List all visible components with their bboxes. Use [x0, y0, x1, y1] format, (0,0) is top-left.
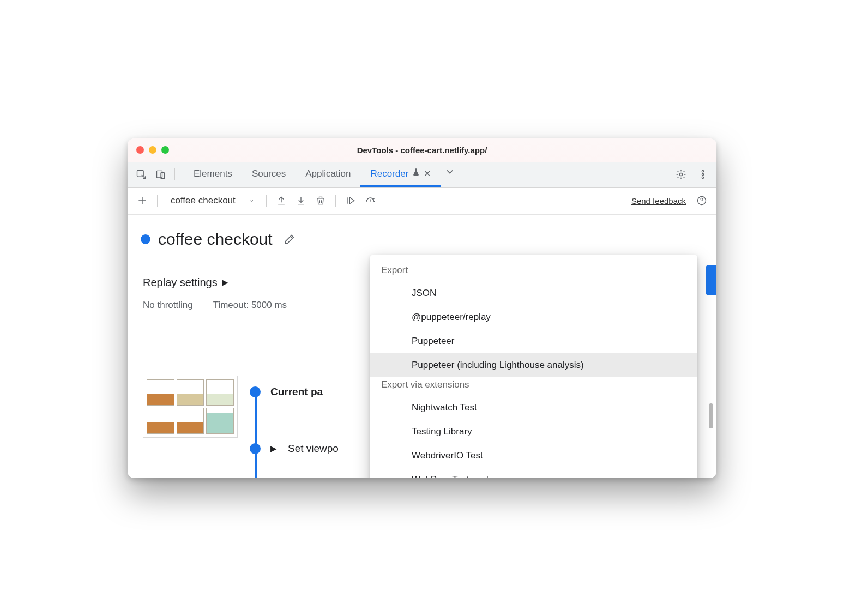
step-label: Set viewpo — [288, 443, 339, 455]
tab-label: Application — [305, 168, 351, 179]
step-set-viewport[interactable]: ▶ Set viewpo — [250, 436, 339, 462]
step-label: Current pa — [270, 386, 323, 398]
recording-selector-chevron-icon[interactable] — [242, 191, 261, 210]
more-menu-icon[interactable] — [694, 165, 712, 184]
svg-point-5 — [702, 173, 703, 175]
replay-settings-label: Replay settings — [143, 276, 218, 289]
step-dot-icon — [250, 443, 261, 454]
caret-right-icon: ▶ — [270, 444, 277, 454]
recorder-toolbar: coffee checkout Send feedback — [128, 188, 716, 215]
step-dot-icon — [250, 386, 261, 397]
traffic-lights — [136, 146, 169, 154]
inspect-element-icon[interactable] — [132, 165, 150, 184]
separator — [335, 195, 336, 207]
export-puppeteer-replay[interactable]: @puppeteer/replay — [370, 305, 697, 329]
separator — [157, 195, 158, 207]
svg-point-3 — [680, 173, 683, 176]
separator — [203, 299, 203, 312]
settings-gear-icon[interactable] — [672, 165, 690, 184]
tab-recorder[interactable]: Recorder ✕ — [360, 162, 441, 187]
devtools-window: DevTools - coffee-cart.netlify.app/ Elem… — [128, 138, 716, 478]
tab-label: Sources — [252, 168, 286, 179]
export-webdriverio[interactable]: WebdriverIO Test — [370, 444, 697, 468]
export-puppeteer-lighthouse[interactable]: Puppeteer (including Lighthouse analysis… — [370, 353, 697, 377]
tab-application[interactable]: Application — [296, 162, 360, 187]
edit-title-button[interactable] — [280, 230, 299, 249]
recording-selector-label[interactable]: coffee checkout — [163, 195, 240, 206]
tab-elements[interactable]: Elements — [184, 162, 242, 187]
step-play-button[interactable] — [341, 191, 360, 210]
close-window-button[interactable] — [136, 146, 144, 154]
export-webpagetest[interactable]: WebPageTest custom — [370, 468, 697, 478]
more-tabs-icon[interactable] — [441, 162, 459, 181]
import-button[interactable] — [292, 191, 310, 210]
export-menu: Export JSON @puppeteer/replay Puppeteer … — [370, 255, 697, 478]
help-icon[interactable] — [692, 191, 711, 210]
export-testing-library[interactable]: Testing Library — [370, 420, 697, 444]
throttling-value[interactable]: No throttling — [143, 300, 193, 311]
export-extensions-section-title: Export via extensions — [370, 377, 697, 396]
close-tab-icon[interactable]: ✕ — [424, 168, 431, 179]
panel-tabs: Elements Sources Application Recorder ✕ — [184, 162, 667, 187]
tab-label: Recorder — [370, 168, 408, 179]
zoom-window-button[interactable] — [161, 146, 169, 154]
export-section-title: Export — [370, 263, 697, 281]
tab-label: Elements — [194, 168, 232, 179]
minimize-window-button[interactable] — [149, 146, 156, 154]
svg-point-6 — [702, 177, 703, 178]
delete-button[interactable] — [311, 191, 330, 210]
export-json[interactable]: JSON — [370, 281, 697, 305]
new-recording-button[interactable] — [133, 191, 152, 210]
panel-tabbar: Elements Sources Application Recorder ✕ — [128, 162, 716, 188]
separator — [174, 168, 175, 180]
replay-button-peek[interactable] — [706, 265, 716, 295]
export-puppeteer[interactable]: Puppeteer — [370, 329, 697, 353]
device-toolbar-icon[interactable] — [152, 165, 170, 184]
tab-sources[interactable]: Sources — [242, 162, 296, 187]
page-thumbnail — [143, 376, 238, 438]
export-button[interactable] — [272, 191, 291, 210]
export-nightwatch[interactable]: Nightwatch Test — [370, 396, 697, 420]
window-title: DevTools - coffee-cart.netlify.app/ — [128, 146, 716, 155]
send-feedback-link[interactable]: Send feedback — [631, 196, 686, 206]
recording-status-dot-icon — [141, 234, 150, 244]
experiment-icon — [412, 168, 420, 179]
svg-point-4 — [702, 171, 703, 172]
caret-right-icon: ▶ — [222, 277, 228, 287]
slow-replay-button[interactable] — [361, 191, 379, 210]
step-current-page[interactable]: Current pa — [250, 379, 339, 405]
svg-rect-1 — [157, 171, 162, 178]
separator — [266, 195, 267, 207]
recording-title: coffee checkout — [158, 230, 273, 249]
scrollbar-thumb[interactable] — [709, 403, 713, 428]
timeout-value[interactable]: Timeout: 5000 ms — [213, 300, 287, 311]
titlebar: DevTools - coffee-cart.netlify.app/ — [128, 138, 716, 162]
